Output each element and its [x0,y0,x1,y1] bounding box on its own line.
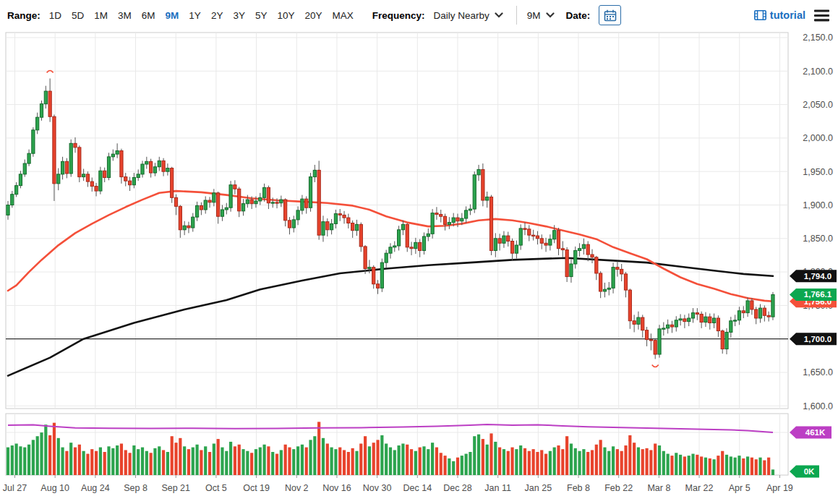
chart-application: Range: 1D5D1M3M6M9M1Y2Y3Y5Y10Y20YMAX Fre… [0,0,838,504]
svg-text:Jan 11: Jan 11 [484,483,511,493]
svg-text:2,050.0: 2,050.0 [803,100,833,110]
date-label: Date: [566,10,591,21]
frequency-dropdown[interactable]: Daily Nearby [434,10,503,21]
price-badge: 0K [790,466,819,478]
menu-button[interactable] [813,8,831,23]
range-option-9M[interactable]: 9M [166,10,179,21]
svg-text:1,950.0: 1,950.0 [803,167,833,177]
candlestick-chart[interactable]: 2,150.02,100.02,050.02,000.01,950.01,900… [0,30,838,504]
range-option-3Y[interactable]: 3Y [233,10,245,21]
svg-text:2,100.0: 2,100.0 [803,67,833,77]
price-badge: 461K [790,426,831,438]
period-value: 9M [527,10,541,21]
chart-area: 2,150.02,100.02,050.02,000.01,950.01,900… [0,30,838,504]
svg-text:0K: 0K [804,467,815,476]
range-option-MAX[interactable]: MAX [332,10,353,21]
svg-text:1,700.0: 1,700.0 [804,335,831,343]
svg-text:Nov 30: Nov 30 [363,483,392,493]
svg-text:1,794.0: 1,794.0 [804,272,831,281]
period-dropdown[interactable]: 9M [527,10,555,21]
tutorial-link[interactable]: tutorial [754,9,805,21]
frequency-label: Frequency: [372,10,425,21]
svg-text:Nov 2: Nov 2 [285,483,309,493]
svg-text:Dec 14: Dec 14 [403,483,432,493]
svg-text:Apr 5: Apr 5 [729,483,751,493]
svg-text:Nov 16: Nov 16 [322,483,351,493]
svg-text:Aug 24: Aug 24 [81,483,110,493]
hamburger-icon [814,9,829,22]
toolbar-separator [516,6,517,25]
svg-text:2,000.0: 2,000.0 [803,133,833,143]
svg-text:Aug 10: Aug 10 [40,483,69,493]
svg-text:Mar 8: Mar 8 [647,483,670,493]
range-label: Range: [7,10,40,21]
range-option-20Y[interactable]: 20Y [304,10,322,21]
range-option-1M[interactable]: 1M [94,10,108,21]
svg-text:Oct 19: Oct 19 [243,483,270,493]
svg-text:1,600.0: 1,600.0 [803,401,833,411]
frequency-value: Daily Nearby [434,10,489,21]
svg-text:Feb 8: Feb 8 [567,483,590,493]
range-option-2Y[interactable]: 2Y [211,10,223,21]
tutorial-label: tutorial [770,9,805,21]
svg-text:Jul 27: Jul 27 [3,483,27,493]
svg-text:Feb 22: Feb 22 [604,483,633,493]
range-option-3M[interactable]: 3M [118,10,132,21]
range-option-6M[interactable]: 6M [142,10,155,21]
chevron-down-icon [546,12,555,18]
svg-text:461K: 461K [805,428,826,437]
svg-text:1,900.0: 1,900.0 [803,200,833,210]
svg-text:2,150.0: 2,150.0 [803,33,833,43]
range-selector: 1D5D1M3M6M9M1Y2Y3Y5Y10Y20YMAX [49,10,354,21]
svg-text:Jan 25: Jan 25 [525,483,552,493]
svg-text:1,850.0: 1,850.0 [803,234,833,244]
price-badge: 1,766.1 [790,289,837,301]
range-option-10Y[interactable]: 10Y [277,10,294,21]
svg-text:Sep 21: Sep 21 [161,483,190,493]
svg-text:Apr 19: Apr 19 [766,483,793,493]
svg-text:1,650.0: 1,650.0 [803,367,833,377]
date-picker-button[interactable] [599,5,621,25]
svg-text:Sep 8: Sep 8 [124,483,147,493]
price-badge: 1,700.0 [790,333,837,345]
chart-toolbar: Range: 1D5D1M3M6M9M1Y2Y3Y5Y10Y20YMAX Fre… [0,0,838,30]
svg-text:1,766.1: 1,766.1 [804,290,832,299]
film-icon [754,10,766,20]
chevron-down-icon [495,12,503,18]
svg-text:Mar 22: Mar 22 [685,483,714,493]
range-option-1D[interactable]: 1D [49,10,61,21]
range-option-5Y[interactable]: 5Y [255,10,268,21]
range-option-1Y[interactable]: 1Y [189,10,201,21]
range-option-5D[interactable]: 5D [72,10,84,21]
svg-text:Dec 28: Dec 28 [443,483,472,493]
svg-text:Oct 5: Oct 5 [205,483,227,493]
toolbar-right-group: tutorial [754,8,831,23]
calendar-icon [604,9,617,22]
price-badge: 1,794.0 [790,270,837,282]
